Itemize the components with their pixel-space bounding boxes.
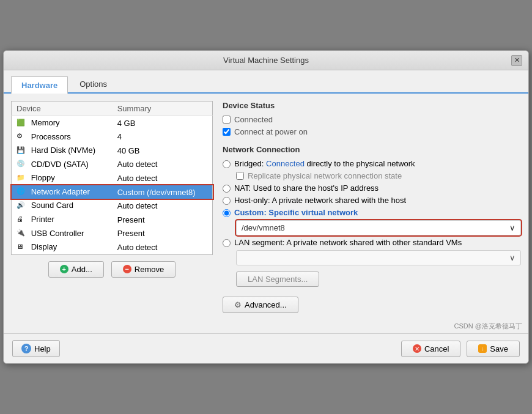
tab-bar: Hardware Options (4, 70, 528, 94)
tab-hardware[interactable]: Hardware (11, 76, 68, 94)
table-row[interactable]: 💿 CD/DVD (SATA) Auto detect (12, 158, 213, 172)
device-col-header: Device (12, 102, 113, 116)
advanced-button-row: ⚙ Advanced... (223, 297, 521, 313)
custom-row: Custom: Specific virtual network (223, 208, 521, 217)
main-content: Device Summary 🟩 Memory 4 GB ⚙ Processor… (4, 94, 528, 320)
right-panel: Device Status Connected Connect at power… (223, 101, 521, 313)
custom-radio[interactable] (223, 209, 231, 217)
help-icon: ? (21, 344, 31, 353)
device-name: Memory (31, 118, 60, 127)
add-label: Add... (72, 265, 92, 274)
device-name: CD/DVD (SATA) (31, 160, 89, 169)
close-button[interactable]: ✕ (511, 55, 522, 66)
add-icon: + (60, 265, 68, 273)
device-table: Device Summary 🟩 Memory 4 GB ⚙ Processor… (11, 101, 213, 255)
device-icon: 🖥 (17, 243, 26, 253)
replicate-label: Replicate physical network connection st… (248, 171, 402, 180)
lan-label: LAN segment: A private network shared wi… (234, 238, 462, 247)
connect-power-checkbox[interactable] (223, 128, 231, 136)
device-summary: Auto detect (113, 240, 213, 254)
device-status-section: Device Status Connected Connect at power… (223, 101, 521, 136)
table-row[interactable]: 🟩 Memory 4 GB (12, 116, 213, 130)
cancel-label: Cancel (424, 344, 449, 353)
bridged-radio[interactable] (223, 160, 231, 168)
add-button[interactable]: + Add... (48, 261, 104, 278)
table-row[interactable]: 🌐 Network Adapter Custom (/dev/vmnet8) (12, 185, 213, 199)
virtual-machine-settings-window: Virtual Machine Settings ✕ Hardware Opti… (3, 50, 529, 364)
device-icon: 🌐 (17, 187, 26, 197)
cancel-button[interactable]: ✕ Cancel (401, 341, 460, 357)
watermark: CSDN @洛克希德马丁 (4, 320, 528, 333)
host-only-label: Host-only: A private network shared with… (234, 196, 406, 205)
lan-segment-dropdown[interactable]: ∨ (236, 250, 521, 265)
lan-radio[interactable] (223, 239, 231, 247)
window-title: Virtual Machine Settings (223, 56, 309, 65)
advanced-button[interactable]: ⚙ Advanced... (223, 297, 298, 313)
device-icon: 🖨 (17, 215, 26, 225)
connected-checkbox[interactable] (223, 116, 231, 124)
device-name: Processors (31, 132, 71, 141)
device-summary: 4 (113, 130, 213, 144)
device-status-title: Device Status (223, 101, 521, 110)
device-name: Network Adapter (31, 187, 90, 196)
table-row[interactable]: 🔌 USB Controller Present (12, 227, 213, 241)
device-icon: 💿 (17, 160, 26, 169)
table-row[interactable]: 💾 Hard Disk (NVMe) 40 GB (12, 144, 213, 158)
tab-options[interactable]: Options (69, 75, 117, 92)
device-name: Display (31, 242, 57, 251)
nat-radio[interactable] (223, 185, 231, 193)
host-only-radio[interactable] (223, 197, 231, 205)
custom-network-value: /dev/vmnet8 (242, 223, 285, 232)
host-only-row: Host-only: A private network shared with… (223, 196, 521, 205)
connect-power-label: Connect at power on (234, 127, 308, 136)
device-summary: Auto detect (113, 199, 213, 213)
device-icon: ⚙ (17, 132, 26, 142)
device-icon: 🔊 (17, 201, 26, 211)
device-icon: 🟩 (17, 119, 26, 128)
save-label: Save (490, 344, 508, 353)
title-bar: Virtual Machine Settings ✕ (4, 51, 528, 70)
table-row[interactable]: 🖥 Display Auto detect (12, 240, 213, 254)
table-row[interactable]: ⚙ Processors 4 (12, 130, 213, 144)
network-connection-section: Network Connection Bridged: Connected di… (223, 145, 521, 287)
table-row[interactable]: 🖨 Printer Present (12, 213, 213, 227)
device-name: Hard Disk (NVMe) (31, 146, 95, 155)
device-summary: Auto detect (113, 158, 213, 172)
bottom-bar: ? Help ✕ Cancel ↓ Save (4, 333, 528, 363)
device-name: Floppy (31, 173, 55, 182)
table-row[interactable]: 📁 Floppy Auto detect (12, 171, 213, 185)
help-label: Help (34, 344, 51, 353)
remove-icon: − (123, 265, 131, 273)
bottom-right-buttons: ✕ Cancel ↓ Save (401, 341, 520, 357)
device-summary: Auto detect (113, 171, 213, 185)
device-icon: 📁 (17, 174, 26, 183)
lan-row: LAN segment: A private network shared wi… (223, 238, 521, 247)
save-button[interactable]: ↓ Save (467, 341, 520, 357)
device-icon: 🔌 (17, 229, 26, 238)
device-summary: Present (113, 213, 213, 227)
connect-power-row: Connect at power on (223, 127, 521, 136)
device-summary: Present (113, 227, 213, 241)
help-button[interactable]: ? Help (12, 340, 60, 357)
device-summary: 40 GB (113, 144, 213, 158)
device-icon: 💾 (17, 146, 26, 156)
custom-network-dropdown[interactable]: /dev/vmnet8 ∨ (236, 220, 521, 235)
custom-dropdown-arrow-icon: ∨ (509, 223, 515, 232)
replicate-checkbox[interactable] (236, 172, 244, 180)
save-icon: ↓ (478, 344, 487, 353)
device-summary: Custom (/dev/vmnet8) (113, 185, 213, 199)
remove-button[interactable]: − Remove (111, 261, 175, 278)
connected-row: Connected (223, 115, 521, 124)
advanced-label: Advanced... (245, 300, 287, 309)
lan-segments-button[interactable]: LAN Segments... (236, 272, 319, 287)
device-name: Printer (31, 215, 54, 224)
bridged-label: Bridged: Connected directly to the physi… (234, 159, 415, 168)
device-summary: 4 GB (113, 116, 213, 130)
device-name: USB Controller (31, 229, 84, 238)
table-row[interactable]: 🔊 Sound Card Auto detect (12, 199, 213, 213)
nat-label: NAT: Used to share the host's IP address (234, 183, 379, 193)
device-panel: Device Summary 🟩 Memory 4 GB ⚙ Processor… (11, 101, 213, 313)
device-name: Sound Card (31, 201, 73, 210)
lan-dropdown-arrow-icon: ∨ (509, 253, 515, 262)
connected-label: Connected (234, 115, 273, 124)
